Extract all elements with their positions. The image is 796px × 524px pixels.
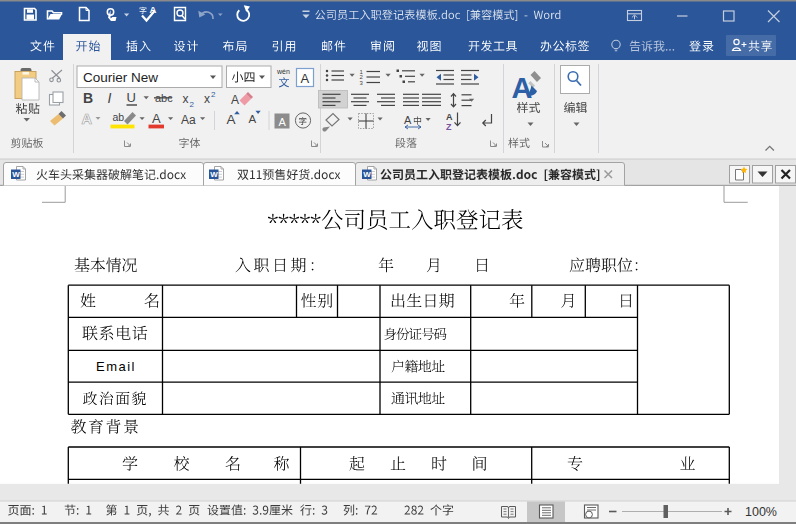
- svg-text:Aa: Aa: [181, 113, 196, 127]
- svg-text:x: x: [183, 92, 189, 106]
- svg-text:Email: Email: [96, 359, 136, 374]
- svg-text:U: U: [127, 90, 136, 105]
- svg-text:A: A: [512, 72, 533, 104]
- svg-text:W: W: [210, 170, 218, 179]
- svg-text:x: x: [204, 92, 210, 106]
- svg-text:W: W: [12, 170, 20, 179]
- svg-text:A: A: [231, 93, 239, 107]
- svg-text:A: A: [152, 111, 161, 126]
- svg-text:A: A: [249, 113, 257, 125]
- svg-text:A: A: [446, 112, 453, 122]
- svg-text:W: W: [363, 170, 371, 179]
- svg-text:Z: Z: [446, 122, 452, 132]
- svg-text:A: A: [227, 112, 236, 127]
- svg-text:A: A: [404, 114, 412, 126]
- svg-text:B: B: [83, 90, 93, 106]
- svg-text:A: A: [82, 111, 93, 127]
- svg-text:2: 2: [190, 100, 195, 109]
- svg-text:Courier New: Courier New: [83, 70, 158, 85]
- svg-text:100%: 100%: [745, 505, 777, 519]
- svg-text:I: I: [108, 90, 112, 106]
- svg-text:wén: wén: [276, 68, 290, 75]
- svg-text:A: A: [279, 116, 287, 128]
- svg-text:A: A: [301, 71, 310, 86]
- svg-text:2: 2: [211, 90, 216, 99]
- svg-text:ab: ab: [113, 111, 125, 123]
